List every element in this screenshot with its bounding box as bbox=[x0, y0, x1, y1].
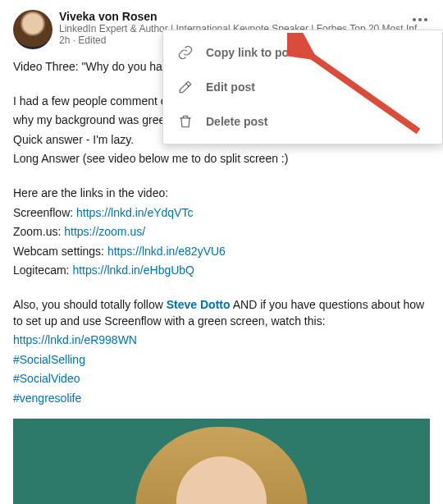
link-row: Screenflow: https://lnkd.in/eYdqVTc bbox=[13, 205, 430, 222]
post-edited: · Edited bbox=[70, 34, 106, 46]
menu-copy-link[interactable]: Copy link to post bbox=[163, 35, 442, 70]
zoom-link[interactable]: https://zoom.us/ bbox=[64, 225, 145, 238]
post-overflow-menu: Copy link to post Edit post Delete post bbox=[162, 30, 443, 144]
menu-item-label: Copy link to post bbox=[206, 46, 299, 59]
logitecam-link[interactable]: https://lnkd.in/eHbgUbQ bbox=[72, 263, 194, 277]
post-overflow-button[interactable] bbox=[410, 10, 430, 30]
mention-steve-dotto[interactable]: Steve Dotto bbox=[167, 298, 231, 311]
screenflow-link[interactable]: https://lnkd.in/eYdqVTc bbox=[76, 206, 193, 219]
hashtag-vengresolife[interactable]: #vengresolife bbox=[13, 392, 81, 405]
link-row: Zoom.us: https://zoom.us/ bbox=[13, 224, 430, 241]
post-media-video[interactable] bbox=[13, 419, 430, 505]
watch-link[interactable]: https://lnkd.in/eR998WN bbox=[13, 333, 137, 346]
ellipsis-icon bbox=[413, 18, 427, 21]
author-name[interactable]: Viveka von Rosen bbox=[59, 10, 430, 23]
link-row: Logitecam: https://lnkd.in/eHbgUbQ bbox=[13, 263, 430, 279]
trash-icon bbox=[176, 112, 194, 131]
link-row: Webcam settings: https://lnkd.in/e82yVU6 bbox=[13, 244, 430, 260]
link-icon bbox=[176, 44, 194, 62]
menu-item-label: Delete post bbox=[206, 115, 267, 128]
svg-point-0 bbox=[413, 18, 416, 21]
menu-edit-post[interactable]: Edit post bbox=[163, 70, 442, 104]
hashtag-socialvideo[interactable]: #SocialVideo bbox=[13, 372, 80, 385]
svg-point-1 bbox=[418, 18, 422, 21]
body-line: Long Answer (see video below me to do sp… bbox=[13, 151, 430, 167]
menu-item-label: Edit post bbox=[206, 80, 255, 94]
post-age: 2h bbox=[59, 34, 70, 46]
links-heading: Here are the links in the video: bbox=[13, 186, 430, 202]
hashtag-socialselling[interactable]: #SocialSelling bbox=[13, 353, 85, 366]
author-avatar[interactable] bbox=[13, 10, 53, 49]
also-line: Also, you should totally follow Steve Do… bbox=[13, 297, 430, 329]
webcam-settings-link[interactable]: https://lnkd.in/e82yVU6 bbox=[107, 245, 226, 258]
pencil-icon bbox=[176, 78, 194, 96]
svg-point-2 bbox=[424, 18, 427, 21]
menu-delete-post[interactable]: Delete post bbox=[163, 104, 442, 139]
